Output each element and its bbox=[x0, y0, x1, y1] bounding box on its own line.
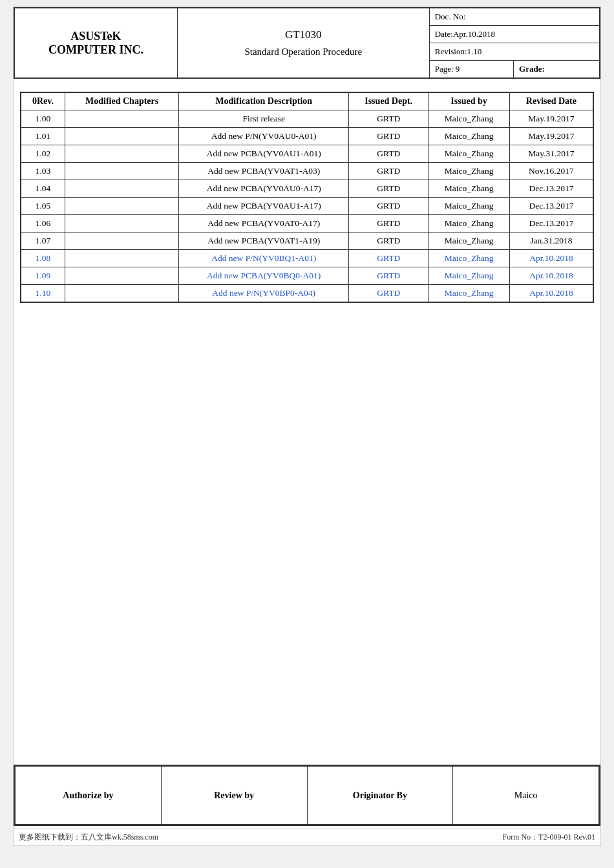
table-cell bbox=[65, 250, 178, 267]
table-cell: GRTD bbox=[349, 180, 429, 198]
table-cell: GRTD bbox=[349, 285, 429, 303]
table-cell bbox=[65, 145, 178, 163]
table-cell bbox=[65, 232, 178, 250]
col-header-desc: Modification Description bbox=[179, 92, 349, 110]
table-cell: Maico_Zhang bbox=[429, 198, 510, 215]
table-row: 1.02Add new PCBA(YV0AU1-A01)GRTDMaico_Zh… bbox=[21, 145, 593, 163]
table-cell bbox=[65, 285, 178, 303]
table-cell bbox=[65, 110, 178, 128]
table-cell: Maico_Zhang bbox=[429, 232, 510, 250]
table-row: 1.08Add new P/N(YV0BQ1-A01)GRTDMaico_Zha… bbox=[21, 250, 593, 267]
table-cell: GRTD bbox=[349, 145, 429, 163]
col-header-chapters: Modified Chapters bbox=[65, 92, 178, 110]
table-row: 1.00First releaseGRTDMaico_ZhangMay.19.2… bbox=[21, 110, 593, 128]
table-cell: 1.05 bbox=[21, 198, 65, 215]
table-cell: First release bbox=[179, 110, 349, 128]
table-cell: Maico_Zhang bbox=[429, 145, 510, 163]
table-cell: Add new P/N(YV0BQ1-A01) bbox=[179, 250, 349, 267]
table-cell bbox=[65, 163, 178, 180]
table-cell: Apr.10.2018 bbox=[509, 267, 593, 285]
revision-table: 0Rev. Modified Chapters Modification Des… bbox=[20, 92, 594, 303]
col-header-issuedby: Issued by bbox=[429, 92, 510, 110]
company-line1: ASUSTeK bbox=[70, 30, 121, 43]
document-type: Standard Operation Procedure bbox=[184, 46, 423, 57]
table-cell: Add new PCBA(YV0AT0-A17) bbox=[179, 215, 349, 232]
table-cell bbox=[65, 180, 178, 198]
table-cell: Maico_Zhang bbox=[429, 250, 510, 267]
table-cell: Apr.10.2018 bbox=[509, 250, 593, 267]
company-name: ASUSTeK COMPUTER INC. bbox=[14, 8, 177, 78]
table-row: 1.01Add new P/N(YV0AU0-A01)GRTDMaico_Zha… bbox=[21, 128, 593, 145]
table-cell: 1.08 bbox=[21, 250, 65, 267]
bottom-left: 更多图纸下载到：五八文库wk.58sms.com bbox=[19, 832, 158, 843]
table-row: 1.10Add new P/N(YV0BP0-A04)GRTDMaico_Zha… bbox=[21, 285, 593, 303]
table-cell: Dec.13.2017 bbox=[509, 198, 593, 215]
table-cell: Maico_Zhang bbox=[429, 215, 510, 232]
table-cell: Add new PCBA(YV0AU1-A17) bbox=[179, 198, 349, 215]
table-cell: 1.01 bbox=[21, 128, 65, 145]
header-right: Doc. No: Date:Apr.10.2018 Revision:1.10 … bbox=[429, 8, 600, 78]
bottom-bar: 更多图纸下载到：五八文库wk.58sms.com Form No：T2-009-… bbox=[14, 829, 600, 845]
table-cell: May.19.2017 bbox=[509, 128, 593, 145]
table-row: 1.04Add new PCBA(YV0AU0-A17)GRTDMaico_Zh… bbox=[21, 180, 593, 198]
footer-section: Authorize by Review by Originator By Mai… bbox=[14, 765, 600, 826]
table-cell: Add new P/N(YV0AU0-A01) bbox=[179, 128, 349, 145]
document-info: GT1030 Standard Operation Procedure bbox=[177, 8, 429, 78]
company-line2: COMPUTER INC. bbox=[48, 43, 143, 56]
table-row: 1.07Add new PCBA(YV0AT1-A19)GRTDMaico_Zh… bbox=[21, 232, 593, 250]
table-cell: Nov.16.2017 bbox=[509, 163, 593, 180]
table-cell: GRTD bbox=[349, 163, 429, 180]
col-header-rev: 0Rev. bbox=[21, 92, 65, 110]
date-field: Date:Apr.10.2018 bbox=[430, 26, 599, 43]
table-cell bbox=[65, 267, 178, 285]
originator-by-cell: Originator By bbox=[307, 767, 453, 825]
table-cell: May.31.2017 bbox=[509, 145, 593, 163]
table-cell: Maico_Zhang bbox=[429, 285, 510, 303]
originator-name-cell: Maico bbox=[453, 767, 599, 825]
table-row: 1.06Add new PCBA(YV0AT0-A17)GRTDMaico_Zh… bbox=[21, 215, 593, 232]
table-row: 1.03Add new PCBA(YV0AT1-A03)GRTDMaico_Zh… bbox=[21, 163, 593, 180]
page-grade-row: Page: 9 Grade: bbox=[430, 61, 599, 78]
table-cell bbox=[65, 198, 178, 215]
bottom-right: Form No：T2-009-01 Rev.01 bbox=[502, 832, 595, 843]
table-cell: GRTD bbox=[349, 232, 429, 250]
page-number: Page: 9 bbox=[430, 61, 514, 78]
table-cell: GRTD bbox=[349, 215, 429, 232]
table-cell: Jan.31.2018 bbox=[509, 232, 593, 250]
footer-table: Authorize by Review by Originator By Mai… bbox=[15, 766, 599, 825]
header-table: ASUSTeK COMPUTER INC. GT1030 Standard Op… bbox=[14, 7, 600, 79]
content-area: 0Rev. Modified Chapters Modification Des… bbox=[14, 79, 600, 532]
table-cell: Apr.10.2018 bbox=[509, 285, 593, 303]
table-cell: GRTD bbox=[349, 110, 429, 128]
table-cell: GRTD bbox=[349, 250, 429, 267]
table-cell: 1.07 bbox=[21, 232, 65, 250]
table-cell: Add new PCBA(YV0AU1-A01) bbox=[179, 145, 349, 163]
product-name: GT1030 bbox=[184, 28, 423, 41]
document-page: ASUSTeK COMPUTER INC. GT1030 Standard Op… bbox=[13, 6, 601, 846]
table-cell: Maico_Zhang bbox=[429, 110, 510, 128]
table-cell: 1.09 bbox=[21, 267, 65, 285]
table-cell: Add new PCBA(YV0AU0-A17) bbox=[179, 180, 349, 198]
table-cell: GRTD bbox=[349, 198, 429, 215]
table-cell: Add new P/N(YV0BP0-A04) bbox=[179, 285, 349, 303]
table-row: 1.05Add new PCBA(YV0AU1-A17)GRTDMaico_Zh… bbox=[21, 198, 593, 215]
table-cell: 1.03 bbox=[21, 163, 65, 180]
table-cell: 1.04 bbox=[21, 180, 65, 198]
table-cell: Add new PCBA(YV0AT1-A03) bbox=[179, 163, 349, 180]
table-cell: Maico_Zhang bbox=[429, 128, 510, 145]
table-cell: 1.10 bbox=[21, 285, 65, 303]
revision-field: Revision:1.10 bbox=[430, 43, 599, 61]
doc-no: Doc. No: bbox=[430, 8, 599, 26]
table-cell: 1.02 bbox=[21, 145, 65, 163]
table-cell: GRTD bbox=[349, 267, 429, 285]
table-cell bbox=[65, 215, 178, 232]
review-by-cell: Review by bbox=[161, 767, 307, 825]
table-cell: Add new PCBA(YV0AT1-A19) bbox=[179, 232, 349, 250]
authorize-by-cell: Authorize by bbox=[16, 767, 162, 825]
table-cell: 1.00 bbox=[21, 110, 65, 128]
table-cell: Dec.13.2017 bbox=[509, 180, 593, 198]
table-cell: May.19.2017 bbox=[509, 110, 593, 128]
table-cell: GRTD bbox=[349, 128, 429, 145]
table-cell: Add new PCBA(YV0BQ0-A01) bbox=[179, 267, 349, 285]
table-row: 1.09Add new PCBA(YV0BQ0-A01)GRTDMaico_Zh… bbox=[21, 267, 593, 285]
